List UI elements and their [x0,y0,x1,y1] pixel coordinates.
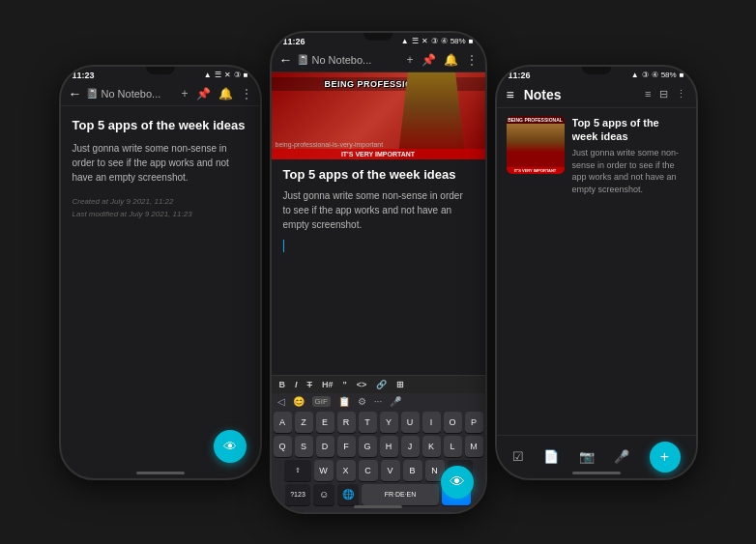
key-b[interactable]: B [403,460,422,481]
bell-icon-left[interactable]: 🔔 [218,87,233,100]
kb-back-btn[interactable]: ◁ [277,396,285,407]
hamburger-menu-right[interactable]: ≡ [507,87,514,102]
editor-title-center: Top 5 apps of the week ideas [283,167,474,184]
note-created-left: Created at July 9 2021, 11:22 [73,196,248,209]
key-m[interactable]: M [465,436,483,457]
phone-left: 11:23 ▲ ☰ ✕ ③ ■ ← 📓 No Notebo... + 📌 🔔 [59,65,262,480]
note-card-title-right: Top 5 apps of the week ideas [572,116,686,144]
thumb-meme-banner-right: IT'S VERY IMPORTANT [507,167,565,174]
notes-bar-icons-right: ≡ ⊟ ⋮ [645,88,685,100]
phone-right: 11:26 ▲ ③ ④ 58% ■ ≡ Notes ≡ ⊟ ⋮ [495,65,698,480]
back-button-center[interactable]: ← [279,52,293,68]
kb-settings-btn[interactable]: ⚙ [358,396,366,407]
kb-more-btn[interactable]: ··· [374,396,382,407]
app-bar-icons-center: + 📌 🔔 ⋮ [406,53,477,67]
app-bar-center: ← 📓 No Notebo... + 📌 🔔 ⋮ [272,48,485,72]
fab-right[interactable]: + [650,442,681,472]
notebook-icon-center: 📓 [297,54,308,65]
notes-list-right: BEING PROFESSIONAL IT'S VERY IMPORTANT T… [497,108,696,435]
link-btn[interactable]: 🔗 [374,379,389,390]
note-card-text-right: Top 5 apps of the week ideas Just gonna … [572,116,686,196]
meme-banner-center: IT'S VERY IMPORTANT [272,149,485,159]
status-icons-center: ▲ ☰ ✕ ③ ④ 58% ■ [401,37,474,45]
note-card-right[interactable]: BEING PROFESSIONAL IT'S VERY IMPORTANT T… [497,108,696,204]
file-icon-right[interactable]: 📄 [543,449,559,464]
notebook-icon-left: 📓 [86,88,98,99]
fab-left[interactable]: 👁 [214,430,247,463]
bold-btn[interactable]: B [277,379,288,390]
camera-icon-right[interactable]: 📷 [579,449,595,464]
menu-icon-left[interactable]: ⋮ [241,87,252,100]
pin-icon-center[interactable]: 📌 [422,53,436,67]
key-t[interactable]: T [359,412,377,433]
fab-center[interactable]: 👁 [441,466,474,499]
key-row-1: A Z E R T Y U I O P [274,412,483,433]
key-x[interactable]: X [336,460,356,481]
bell-icon-center[interactable]: 🔔 [444,53,458,67]
key-l[interactable]: L [444,436,462,457]
key-emoji-kbd[interactable]: ☺ [313,484,334,505]
editor-content-center[interactable]: Top 5 apps of the week ideas Just gonna … [272,159,485,375]
key-space[interactable]: FR·DE·EN [362,484,439,505]
key-i[interactable]: I [422,412,441,433]
format-bar-center: B I T H# " <> 🔗 ⊞ [272,375,485,393]
kb-emoji-btn[interactable]: 😊 [293,396,305,407]
key-p[interactable]: P [465,412,483,433]
key-w[interactable]: W [314,460,334,481]
kb-mic-btn[interactable]: 🎤 [390,396,401,407]
menu-icon-center[interactable]: ⋮ [466,53,478,67]
kb-gif-btn[interactable]: GIF [312,396,331,407]
code-btn[interactable]: <> [355,379,369,390]
quote-btn[interactable]: " [341,379,349,390]
screen-center: 11:26 ▲ ☰ ✕ ③ ④ 58% ■ ← 📓 No Notebo... + [272,33,485,512]
key-y[interactable]: Y [380,412,398,433]
key-globe[interactable]: 🌐 [337,484,359,505]
notes-title-right: Notes [524,87,645,102]
add-button-center[interactable]: + [406,53,413,67]
key-v[interactable]: V [381,460,400,481]
notch-right [582,67,611,74]
key-j[interactable]: J [401,436,420,457]
filter-icon-right[interactable]: ≡ [645,88,651,100]
key-z[interactable]: Z [295,412,313,433]
key-r[interactable]: R [337,412,356,433]
check-icon-right[interactable]: ☑ [512,449,524,464]
key-g[interactable]: G [359,436,377,457]
note-body-left: Just gonna write some non-sense in order… [73,141,248,185]
note-modified-left: Last modified at July 9 2021, 11:23 [73,209,248,221]
meme-image-center: BEING PROFESSIONAL IT'S VERY IMPORTANT b… [272,72,485,159]
table-btn[interactable]: ⊞ [394,379,406,390]
status-icons-left: ▲ ☰ ✕ ③ ■ [204,71,248,79]
add-button-left[interactable]: + [181,87,188,100]
key-d[interactable]: D [316,436,334,457]
key-h[interactable]: H [380,436,398,457]
menu-icon-right[interactable]: ⋮ [676,88,686,100]
pin-icon-left[interactable]: 📌 [196,87,211,100]
key-o[interactable]: O [444,412,462,433]
key-shift[interactable]: ⇧ [284,460,311,481]
italic-btn[interactable]: I [293,379,300,390]
back-button-left[interactable]: ← [69,86,82,101]
key-s[interactable]: S [295,436,313,457]
key-c[interactable]: C [359,460,378,481]
heading-btn[interactable]: H# [320,379,335,390]
kb-clipboard-btn[interactable]: 📋 [338,396,350,407]
view-icon-right[interactable]: ⊟ [659,88,668,100]
mic-icon-right[interactable]: 🎤 [614,449,629,464]
key-numeric[interactable]: ?123 [285,484,310,505]
status-icons-right: ▲ ③ ④ 58% ■ [631,71,684,79]
key-e[interactable]: E [316,412,334,433]
screen-left: 11:23 ▲ ☰ ✕ ③ ■ ← 📓 No Notebo... + 📌 🔔 [61,67,260,478]
screen-right: 11:26 ▲ ③ ④ 58% ■ ≡ Notes ≡ ⊟ ⋮ [497,67,696,478]
key-q[interactable]: Q [274,436,292,457]
key-a[interactable]: A [274,412,292,433]
editor-body-center: Just gonna write some non-sense in order… [283,188,474,232]
app-bar-icons-left: + 📌 🔔 ⋮ [181,87,251,100]
app-bar-left: ← 📓 No Notebo... + 📌 🔔 ⋮ [61,82,260,106]
key-f[interactable]: F [337,436,356,457]
key-k[interactable]: K [422,436,441,457]
cursor-center [283,240,474,254]
strikethrough-btn[interactable]: T [305,379,315,390]
key-u[interactable]: U [401,412,420,433]
thumb-meme-person-right [507,124,565,153]
